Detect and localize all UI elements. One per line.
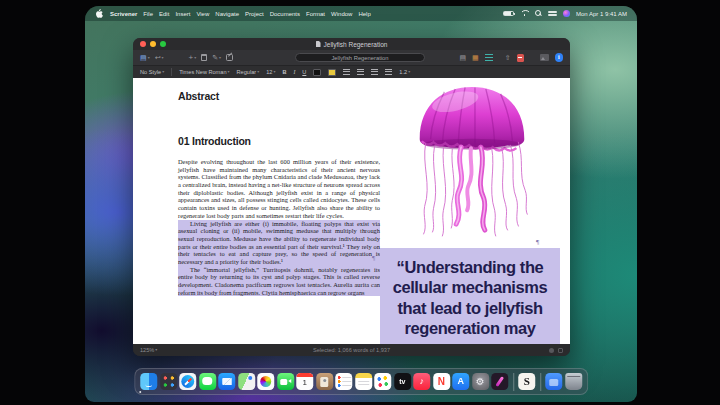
dock [134,368,588,395]
dock-maps-icon[interactable] [238,373,255,390]
menu-documents[interactable]: Documents [270,11,300,17]
toolbar: ▤ ↩ + ✎ Jellyfish Regeneration ▤ ▦ ⇧ [133,50,570,65]
control-center-icon[interactable] [548,10,557,17]
pilcrow-mark: ¶ [536,238,539,246]
dock-pixelmator-icon[interactable] [491,373,508,390]
dock-freeform-icon[interactable] [374,373,391,390]
history-back-icon[interactable]: ↩ [155,54,164,61]
chapter-heading: 01 Introduction [178,135,251,147]
menu-edit[interactable]: Edit [159,11,169,17]
dock-appstore-icon[interactable] [452,373,469,390]
menu-project[interactable]: Project [245,11,264,17]
status-bar: 125% Selected: 1,066 words of 1,937 [133,344,570,356]
menu-help[interactable]: Help [358,11,370,17]
menu-view[interactable]: View [196,11,209,17]
align-right-icon[interactable] [371,69,378,75]
align-center-icon[interactable] [357,69,364,75]
dock-separator [513,373,514,391]
menu-app-name[interactable]: Scrivener [110,11,137,17]
divider [171,68,172,76]
menu-file[interactable]: File [143,11,153,17]
pull-quote-text: “Understanding the cellular mechanisms t… [386,257,554,344]
scrivener-window: Jellyfish Regeneration ▤ ↩ + ✎ Jellyfish… [133,38,570,356]
dock-settings-icon[interactable] [472,373,489,390]
format-bar: No Style Times New Roman Regular 12 B I … [133,65,570,78]
align-left-icon[interactable] [343,69,350,75]
align-justify-icon[interactable] [385,69,392,75]
editor-area[interactable]: Abstract 01 Introduction Despite evolvin… [133,78,570,344]
dock-trash-icon[interactable] [565,373,582,390]
dock-reminders-icon[interactable] [335,373,352,390]
dock-tv-icon[interactable] [394,373,411,390]
dock-photos-icon[interactable] [257,373,274,390]
font-size-dropdown[interactable]: 12 [266,69,275,75]
pull-quote-block: “Understanding the cellular mechanisms t… [380,248,560,344]
window-title-bar[interactable]: Jellyfish Regeneration [133,38,570,50]
paragraph-3-selected: The “immortal jellyfish,” Turritopsis do… [178,266,380,297]
font-variant-dropdown[interactable]: Regular [237,69,260,75]
dock-notes-icon[interactable] [355,373,372,390]
binder-toggle-icon[interactable]: ▤ [140,54,150,61]
macbook-screen: Scrivener File Edit Insert View Navigate… [85,6,637,402]
dock-scrivener-icon[interactable] [518,373,535,390]
menu-window[interactable]: Window [331,11,352,17]
siri-icon[interactable] [563,10,570,17]
dock-mail-icon[interactable] [218,373,235,390]
bold-button[interactable]: B [282,69,286,75]
font-family-dropdown[interactable]: Times New Roman [179,69,229,75]
view-corkboard-icon[interactable]: ▦ [472,54,479,61]
inspector-info-icon[interactable] [555,53,564,62]
wifi-icon[interactable] [520,10,529,17]
dock-contacts-icon[interactable] [316,373,333,390]
compose-icon[interactable] [226,54,233,61]
quill-annotate-icon[interactable]: ✎ [212,54,221,61]
minimize-button[interactable] [150,41,156,47]
view-outline-icon[interactable] [485,54,493,61]
trash-icon[interactable] [201,54,207,61]
menu-format[interactable]: Format [306,11,325,17]
menu-navigate[interactable]: Navigate [215,11,239,17]
battery-icon[interactable] [503,11,514,16]
add-item-icon[interactable]: + [189,54,197,62]
line-spacing-dropdown[interactable]: 1.2 [399,69,410,75]
view-document-icon[interactable]: ▤ [459,54,466,61]
highlight-color-chip[interactable] [328,69,336,76]
apple-logo-icon[interactable] [95,9,103,18]
compile-icon[interactable] [517,54,524,62]
media-icon[interactable] [540,54,549,61]
window-title: Jellyfish Regeneration [133,38,570,50]
pilcrow-mark: ¶ [372,254,375,262]
dock-news-icon[interactable] [433,373,450,390]
document-icon [316,41,321,47]
menu-insert[interactable]: Insert [175,11,190,17]
dock-finder-icon[interactable] [140,373,157,390]
jellyfish-illustration [398,80,546,238]
share-icon[interactable]: ⇧ [505,54,511,61]
spotlight-search-icon[interactable] [535,10,542,17]
search-input[interactable]: Jellyfish Regeneration [295,53,425,62]
laptop-bezel: Scrivener File Edit Insert View Navigate… [0,0,720,405]
dock-downloads-icon[interactable] [545,373,562,390]
dock-music-icon[interactable] [413,373,430,390]
style-dropdown[interactable]: No Style [140,69,164,75]
paragraph-1: Despite evolving throughout the last 600… [178,158,380,220]
dock-safari-icon[interactable] [179,373,196,390]
italic-button[interactable]: I [293,69,295,75]
text-color-chip[interactable] [313,69,321,76]
zoom-button[interactable] [160,41,166,47]
underline-button[interactable]: U [302,69,306,75]
dock-messages-icon[interactable] [199,373,216,390]
scrivener-running-indicator [139,391,141,393]
dock-calendar-icon[interactable] [296,373,313,390]
word-count-label: Selected: 1,066 words of 1,937 [133,347,570,353]
dock-separator [540,373,541,391]
paragraph-2-selected: Living jellyfish are either (i) immobile… [178,220,380,266]
dock-facetime-icon[interactable] [277,373,294,390]
dock-launchpad-icon[interactable] [160,373,177,390]
body-text-column: Despite evolving throughout the last 600… [178,158,380,296]
menu-bar-clock[interactable]: Mon Apr 1 9:41 AM [576,11,627,17]
menu-bar: Scrivener File Edit Insert View Navigate… [85,6,637,21]
close-button[interactable] [140,41,146,47]
section-heading: Abstract [178,90,219,102]
